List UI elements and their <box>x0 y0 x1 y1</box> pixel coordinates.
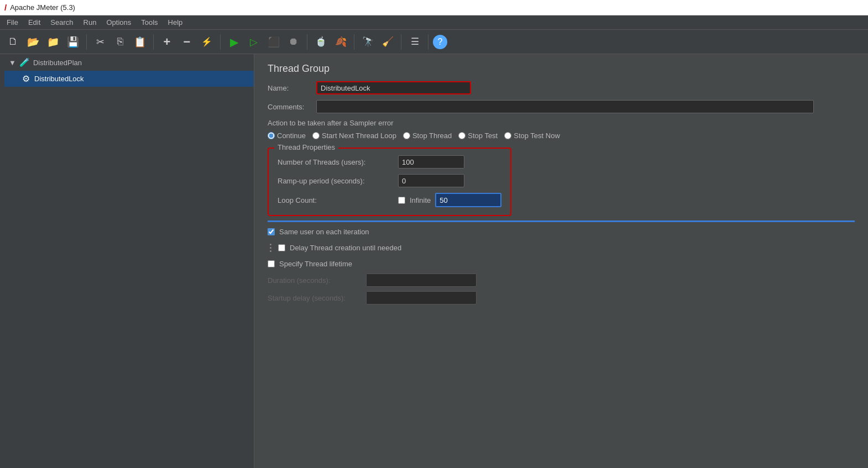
delay-thread-label: Delay Thread creation until needed <box>290 244 401 252</box>
duration-input[interactable] <box>366 274 477 287</box>
error-action-radio-group: Continue Start Next Thread Loop Stop Thr… <box>268 132 855 140</box>
clear-button[interactable]: 🧹 <box>379 33 396 51</box>
menu-edit[interactable]: Edit <box>24 17 45 28</box>
sidebar: ▼ 🧪 DistributedPlan ⚙ DistributedLock <box>0 54 254 468</box>
menu-search[interactable]: Search <box>46 17 77 28</box>
toolbar-separator-4 <box>307 34 307 50</box>
cut-button[interactable]: ✂ <box>91 33 109 51</box>
copy-button[interactable]: ⎘ <box>111 33 129 51</box>
open-button[interactable]: 📁 <box>44 33 62 51</box>
name-row: Name: <box>268 81 855 94</box>
radio-start-next-label: Start Next Thread Loop <box>322 132 396 140</box>
comments-input[interactable] <box>316 100 814 113</box>
help-button[interactable]: ? <box>433 35 447 49</box>
startup-delay-label: Startup delay (seconds): <box>268 294 362 302</box>
menu-run[interactable]: Run <box>79 17 101 28</box>
radio-start-next[interactable]: Start Next Thread Loop <box>312 132 396 140</box>
open-templates-button[interactable]: 📂 <box>24 33 42 51</box>
title-bar: / Apache JMeter (5.3) <box>0 0 868 15</box>
ramp-up-row: Ramp-up period (seconds): <box>278 174 501 187</box>
toolbar-separator-5 <box>354 34 354 50</box>
toolbar-separator-1 <box>86 34 87 50</box>
radio-start-next-input[interactable] <box>312 132 320 139</box>
sidebar-item-distributedplan[interactable]: ▼ 🧪 DistributedPlan <box>4 54 254 71</box>
toolbar-separator-2 <box>153 34 154 50</box>
ramp-up-input[interactable] <box>398 174 464 187</box>
tree-child-label: DistributedLock <box>34 75 84 83</box>
num-threads-row: Number of Threads (users): <box>278 155 501 169</box>
menu-file[interactable]: File <box>2 17 23 28</box>
toolbar-separator-3 <box>220 34 221 50</box>
toolbar-separator-6 <box>401 34 401 50</box>
specify-lifetime-checkbox[interactable] <box>268 260 275 267</box>
same-user-label: Same user on each iteration <box>279 228 369 236</box>
radio-stop-test-now-input[interactable] <box>504 132 511 139</box>
tree-arrow-icon: ▼ <box>9 59 16 67</box>
radio-stop-test[interactable]: Stop Test <box>458 132 498 140</box>
gear-icon: ⚙ <box>22 73 30 84</box>
content-panel: Thread Group Name: Comments: Action to b… <box>254 54 868 468</box>
loop-count-row: Loop Count: Infinite <box>278 193 501 207</box>
num-threads-label: Number of Threads (users): <box>278 158 394 166</box>
sidebar-tree: ▼ 🧪 DistributedPlan ⚙ DistributedLock <box>0 54 254 87</box>
shutdown-button[interactable]: ⏺ <box>285 33 302 51</box>
radio-stop-test-now-label: Stop Test Now <box>514 132 560 140</box>
binoculars-button[interactable]: 🔭 <box>359 33 377 51</box>
thread-properties-title: Thread Properties <box>274 143 338 151</box>
tree-root-icon: 🧪 <box>19 57 30 67</box>
radio-stop-test-now[interactable]: Stop Test Now <box>504 132 560 140</box>
menu-help[interactable]: Help <box>164 17 187 28</box>
collapse-button[interactable]: − <box>178 33 196 51</box>
panel-title: Thread Group <box>254 54 868 81</box>
log-viewer-button[interactable]: ☰ <box>406 33 423 51</box>
num-threads-input[interactable] <box>398 155 464 169</box>
ramp-up-label: Ramp-up period (seconds): <box>278 177 394 185</box>
app-logo: / <box>4 3 7 12</box>
sidebar-item-distributedlock[interactable]: ⚙ DistributedLock <box>4 71 254 87</box>
toggle-button[interactable]: ⚡ <box>198 33 216 51</box>
same-user-row: Same user on each iteration <box>268 228 855 236</box>
jar-button[interactable]: 🍵 <box>312 33 330 51</box>
thread-properties-box: Thread Properties Number of Threads (use… <box>268 148 511 216</box>
radio-stop-test-label: Stop Test <box>468 132 498 140</box>
radio-stop-thread-input[interactable] <box>403 132 410 139</box>
radio-continue-input[interactable] <box>268 132 275 139</box>
comments-label: Comments: <box>268 103 312 111</box>
radio-continue[interactable]: Continue <box>268 132 306 140</box>
error-action-label: Action to be taken after a Sampler error <box>268 119 855 127</box>
drag-dot-2 <box>270 247 271 249</box>
spacer <box>268 254 855 260</box>
loop-count-label: Loop Count: <box>278 196 394 204</box>
drag-dot-1 <box>270 244 271 245</box>
startup-delay-input[interactable] <box>366 291 477 304</box>
menu-tools[interactable]: Tools <box>137 17 162 28</box>
paste-button[interactable]: 📋 <box>131 33 149 51</box>
toolbar: 🗋 📂 📁 💾 ✂ ⎘ 📋 + − ⚡ ▶ ▷ ⬛ ⏺ 🍵 🍂 🔭 🧹 ☰ ? <box>0 30 868 54</box>
radio-stop-test-input[interactable] <box>458 132 466 139</box>
duration-label: Duration (seconds): <box>268 276 362 285</box>
remote-button[interactable]: 🍂 <box>332 33 349 51</box>
new-button[interactable]: 🗋 <box>4 33 22 51</box>
main-layout: ▼ 🧪 DistributedPlan ⚙ DistributedLock Th… <box>0 54 868 468</box>
infinite-checkbox[interactable] <box>398 197 405 204</box>
drag-handle[interactable] <box>268 241 274 254</box>
delay-thread-checkbox[interactable] <box>278 244 285 251</box>
start-no-pauses-button[interactable]: ▷ <box>245 33 263 51</box>
loop-count-inner-row: Infinite <box>398 193 501 207</box>
radio-stop-thread[interactable]: Stop Thread <box>403 132 452 140</box>
menu-bar: File Edit Search Run Options Tools Help <box>0 15 868 30</box>
delay-thread-outer: Delay Thread creation until needed <box>268 241 855 254</box>
specify-lifetime-label: Specify Thread lifetime <box>279 260 352 268</box>
save-button[interactable]: 💾 <box>64 33 82 51</box>
start-button[interactable]: ▶ <box>225 33 243 51</box>
stop-button[interactable]: ⬛ <box>265 33 283 51</box>
radio-stop-thread-label: Stop Thread <box>412 132 452 140</box>
same-user-checkbox[interactable] <box>268 228 275 235</box>
tree-root-label: DistributedPlan <box>33 59 82 67</box>
loop-count-input[interactable] <box>435 193 501 207</box>
infinite-label: Infinite <box>410 196 431 204</box>
expand-button[interactable]: + <box>158 33 176 51</box>
menu-options[interactable]: Options <box>102 17 135 28</box>
specify-lifetime-row: Specify Thread lifetime <box>268 260 855 268</box>
name-input[interactable] <box>316 81 471 94</box>
